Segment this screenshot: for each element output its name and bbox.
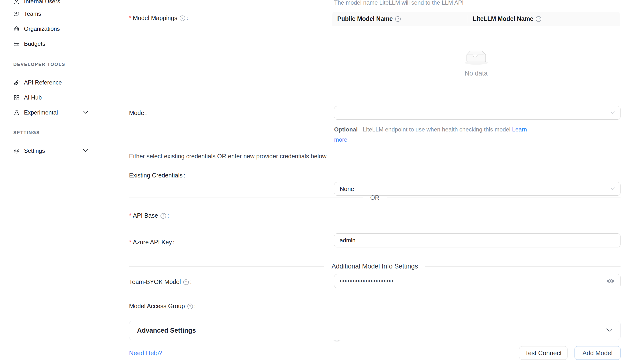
or-divider: OR	[129, 194, 620, 202]
advanced-settings-title: Advanced Settings	[137, 327, 196, 334]
svg-text:?: ?	[182, 16, 184, 20]
modal-right-border	[623, 0, 623, 360]
required-marker: *	[129, 212, 132, 219]
sidebar-item-label: Settings	[24, 148, 45, 154]
sidebar-item-teams[interactable]: Teams	[0, 6, 117, 21]
gear-icon	[13, 148, 20, 154]
sidebar-item-label: AI Hub	[24, 94, 42, 101]
sidebar-item-label: Experimental	[24, 109, 58, 116]
existing-credentials-label: Existing Credentials :	[129, 172, 185, 179]
api-base-input-wrap	[334, 234, 620, 248]
mode-select[interactable]	[334, 106, 620, 120]
model-access-group-label: Model Access Group ? :	[129, 302, 196, 310]
chevron-down-icon	[610, 111, 615, 115]
user-icon	[13, 0, 20, 5]
sidebar-item-label: API Reference	[24, 79, 62, 86]
sidebar-item-label: Organizations	[24, 26, 60, 32]
svg-text:?: ?	[397, 17, 399, 21]
required-marker: *	[129, 238, 132, 246]
question-circle-icon[interactable]: ?	[536, 16, 542, 22]
chevron-down-icon	[83, 110, 88, 115]
credentials-note: Either select existing credentials OR en…	[129, 153, 326, 160]
azure-api-key-label: * Azure API Key :	[129, 238, 174, 246]
question-circle-icon[interactable]: ?	[160, 213, 166, 219]
question-circle-icon[interactable]: ?	[395, 16, 401, 22]
chevron-down-icon	[606, 328, 612, 333]
api-base-label: * API Base ? :	[129, 212, 169, 219]
eye-icon[interactable]	[606, 277, 615, 286]
sidebar-item-ai-hub[interactable]: AI Hub	[0, 90, 117, 105]
table-header-row: Public Model Name ? LiteLLM Model Name ?	[332, 12, 620, 26]
svg-text:?: ?	[538, 17, 540, 21]
add-model-button[interactable]: Add Model	[574, 346, 620, 360]
sidebar-section-developer-tools: DEVELOPER TOOLS	[13, 62, 65, 67]
test-connect-button[interactable]: Test Connect	[519, 346, 568, 360]
sidebar-item-api-reference[interactable]: API Reference	[0, 75, 117, 90]
chevron-down-icon	[610, 187, 615, 191]
required-marker: *	[129, 14, 132, 22]
question-circle-icon[interactable]: ?	[180, 15, 186, 21]
question-circle-icon[interactable]: ?	[187, 303, 193, 310]
sidebar-item-settings[interactable]: Settings	[0, 143, 117, 158]
grid-icon	[13, 94, 20, 101]
flask-icon	[13, 110, 20, 116]
svg-text:?: ?	[189, 304, 191, 308]
sidebar-item-experimental[interactable]: Experimental	[0, 105, 117, 120]
mode-help-text: Optional - LiteLLM endpoint to use when …	[334, 124, 533, 145]
svg-text:?: ?	[162, 214, 164, 218]
sidebar-item-label: Teams	[24, 10, 41, 17]
litellm-admin-app: Internal Users Teams Organizations Budge…	[0, 0, 644, 360]
sidebar: Internal Users Teams Organizations Budge…	[0, 0, 117, 360]
sidebar-item-organizations[interactable]: Organizations	[0, 21, 117, 36]
advanced-settings-collapse[interactable]: Advanced Settings	[129, 321, 620, 340]
column-header-public-model-name: Public Model Name ?	[332, 12, 468, 26]
question-circle-icon[interactable]: ?	[183, 279, 189, 285]
credit-card-icon	[13, 41, 20, 47]
column-header-litellm-model-name: LiteLLM Model Name ?	[468, 12, 620, 26]
empty-box-icon	[463, 48, 490, 66]
chevron-down-icon	[83, 149, 88, 153]
svg-text:?: ?	[185, 280, 187, 284]
model-mappings-table: Public Model Name ? LiteLLM Model Name ?	[332, 12, 620, 94]
sidebar-section-settings: SETTINGS	[13, 130, 40, 135]
sidebar-item-label: Internal Users	[24, 0, 60, 5]
bank-icon	[13, 26, 20, 32]
azure-api-key-input-wrap	[334, 274, 620, 288]
api-plug-icon	[13, 80, 20, 86]
no-data-text: No data	[464, 70, 488, 77]
azure-api-key-input[interactable]	[340, 278, 615, 284]
table-empty-state: No data	[332, 26, 620, 94]
teams-icon	[13, 11, 20, 17]
need-help-link[interactable]: Need Help?	[129, 349, 162, 357]
model-name-hint: The model name LiteLLM will send to the …	[334, 0, 464, 6]
model-mappings-label: * Model Mappings ? :	[129, 14, 188, 22]
additional-info-divider: Additional Model Info Settings	[129, 262, 620, 270]
team-byok-label: Team-BYOK Model ? :	[129, 278, 192, 286]
add-model-form: The model name LiteLLM will send to the …	[117, 0, 644, 360]
sidebar-item-budgets[interactable]: Budgets	[0, 36, 117, 51]
api-base-input[interactable]	[340, 237, 615, 244]
mode-label: Mode :	[129, 109, 147, 117]
sidebar-item-label: Budgets	[24, 40, 45, 47]
